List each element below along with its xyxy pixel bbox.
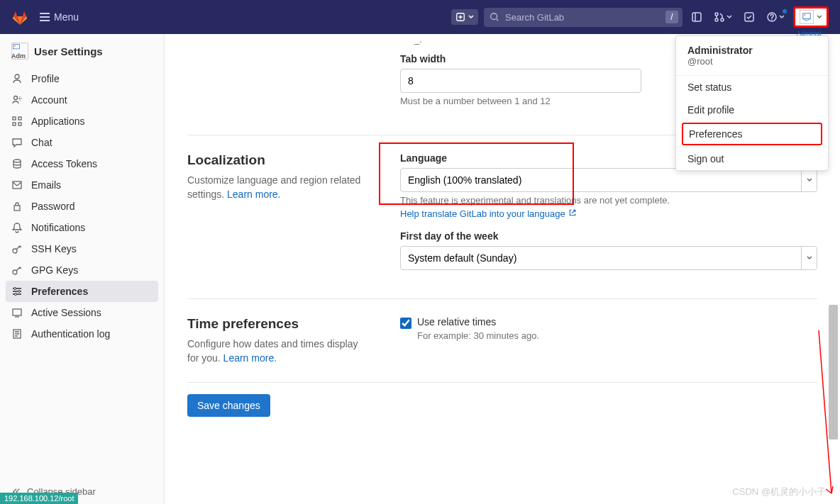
todos-icon[interactable] bbox=[741, 9, 758, 26]
dropdown-user-name: Administrator bbox=[687, 45, 817, 56]
sidebar-header: Adm User Settings bbox=[0, 34, 164, 68]
dropdown-sign-out[interactable]: Sign out bbox=[676, 147, 828, 170]
token-icon bbox=[11, 158, 23, 169]
svg-rect-14 bbox=[18, 117, 21, 120]
email-icon bbox=[11, 179, 23, 191]
chevron-down-icon bbox=[801, 169, 817, 191]
sidebar-item-password[interactable]: Password bbox=[0, 196, 164, 217]
scrollbar-thumb[interactable] bbox=[829, 305, 838, 439]
preferences-icon bbox=[11, 286, 23, 297]
translate-link[interactable]: Help translate GitLab into your language bbox=[400, 208, 577, 219]
firstday-select[interactable]: System default (Sunday) bbox=[400, 246, 817, 270]
svg-point-24 bbox=[15, 293, 17, 296]
sidebar: Adm User Settings Profile Account Applic… bbox=[0, 34, 165, 504]
account-icon bbox=[11, 94, 23, 106]
svg-rect-18 bbox=[13, 181, 21, 189]
lock-icon bbox=[11, 201, 23, 212]
sessions-icon bbox=[11, 307, 23, 318]
sidebar-item-access-tokens[interactable]: Access Tokens bbox=[0, 153, 164, 174]
slash-shortcut: / bbox=[665, 11, 678, 23]
log-icon bbox=[11, 328, 23, 340]
svg-rect-16 bbox=[18, 123, 21, 125]
plus-icon bbox=[455, 12, 465, 22]
dropdown-edit-profile[interactable]: Edit profile bbox=[676, 99, 828, 121]
chevron-down-icon bbox=[468, 14, 474, 20]
svg-point-12 bbox=[19, 98, 21, 99]
svg-rect-25 bbox=[13, 309, 21, 315]
svg-point-22 bbox=[14, 288, 16, 290]
relative-times-help: For example: 30 minutes ago. bbox=[417, 330, 817, 341]
menu-button[interactable]: Menu bbox=[34, 9, 84, 26]
menu-label: Menu bbox=[54, 11, 79, 23]
chevron-down-icon bbox=[801, 247, 817, 269]
sidebar-item-notifications[interactable]: Notifications bbox=[0, 217, 164, 238]
dropdown-preferences[interactable]: Preferences bbox=[683, 124, 821, 144]
svg-rect-19 bbox=[14, 206, 20, 211]
firstday-label: First day of the week bbox=[400, 230, 817, 242]
tabwidth-input[interactable] bbox=[400, 69, 641, 93]
search-wrap: / bbox=[484, 8, 682, 27]
user-menu-button[interactable]: Administ bbox=[793, 6, 829, 28]
svg-point-5 bbox=[721, 18, 724, 21]
annotation-box: Preferences bbox=[682, 123, 822, 145]
bell-icon bbox=[11, 222, 23, 233]
user-dropdown: Administrator @root Set status Edit prof… bbox=[675, 35, 829, 171]
chat-icon bbox=[11, 137, 23, 148]
key-icon bbox=[11, 243, 23, 254]
time-learn-link[interactable]: Learn more. bbox=[223, 352, 277, 364]
gitlab-logo bbox=[11, 9, 28, 26]
sidebar-item-auth-log[interactable]: Authentication log bbox=[0, 323, 164, 345]
svg-point-1 bbox=[491, 13, 497, 20]
sidebar-item-ssh-keys[interactable]: SSH Keys bbox=[0, 238, 164, 259]
svg-point-23 bbox=[18, 291, 21, 293]
external-link-icon bbox=[568, 208, 577, 217]
save-button[interactable]: Save changes bbox=[187, 394, 270, 417]
sidebar-item-active-sessions[interactable]: Active Sessions bbox=[0, 302, 164, 323]
relative-times-checkbox[interactable] bbox=[400, 318, 411, 329]
time-title: Time preferences bbox=[187, 316, 372, 332]
topbar: Menu / Administ bbox=[0, 0, 840, 34]
sidebar-item-chat[interactable]: Chat bbox=[0, 132, 164, 153]
search-input[interactable] bbox=[484, 8, 682, 27]
language-select[interactable]: English (100% translated) bbox=[400, 168, 817, 192]
svg-point-17 bbox=[13, 159, 21, 162]
profile-icon bbox=[11, 73, 23, 84]
hamburger-icon bbox=[40, 13, 50, 21]
svg-rect-2 bbox=[692, 13, 701, 21]
dropdown-user-handle: @root bbox=[687, 56, 817, 67]
chevron-down-icon bbox=[779, 14, 785, 20]
svg-rect-15 bbox=[13, 123, 16, 125]
sidebar-item-profile[interactable]: Profile bbox=[0, 68, 164, 89]
new-button[interactable] bbox=[451, 9, 478, 25]
localization-title: Localization bbox=[187, 152, 372, 168]
sidebar-title: User Settings bbox=[34, 45, 103, 57]
avatar-icon bbox=[800, 10, 814, 24]
applications-icon bbox=[11, 116, 23, 127]
watermark: CSDN @机灵的小小子 bbox=[732, 486, 826, 498]
sidebar-item-gpg-keys[interactable]: GPG Keys bbox=[0, 259, 164, 281]
svg-point-3 bbox=[715, 13, 718, 16]
sidebar-item-emails[interactable]: Emails bbox=[0, 174, 164, 196]
sidebar-item-preferences[interactable]: Preferences bbox=[6, 281, 158, 302]
chevron-down-icon bbox=[726, 14, 732, 20]
relative-times-label: Use relative times bbox=[417, 316, 496, 327]
notification-dot bbox=[782, 9, 788, 14]
dropdown-set-status[interactable]: Set status bbox=[676, 76, 828, 99]
svg-point-4 bbox=[715, 18, 718, 21]
status-bar-url: 192.168.100.12/root bbox=[0, 493, 78, 504]
issues-icon[interactable] bbox=[688, 9, 705, 26]
sidebar-item-account[interactable]: Account bbox=[0, 89, 164, 111]
avatar-icon: Adm bbox=[11, 43, 28, 60]
help-icon[interactable] bbox=[763, 9, 788, 26]
key-icon bbox=[11, 264, 23, 276]
svg-point-11 bbox=[14, 96, 18, 100]
merge-requests-icon[interactable] bbox=[711, 9, 735, 26]
search-icon bbox=[490, 12, 499, 22]
language-help1: This feature is experimental and transla… bbox=[400, 195, 817, 206]
chevron-down-icon bbox=[817, 14, 822, 20]
sidebar-item-applications[interactable]: Applications bbox=[0, 111, 164, 132]
localization-learn-link[interactable]: Learn more. bbox=[227, 189, 280, 200]
svg-rect-13 bbox=[13, 117, 16, 120]
svg-point-10 bbox=[15, 74, 19, 79]
